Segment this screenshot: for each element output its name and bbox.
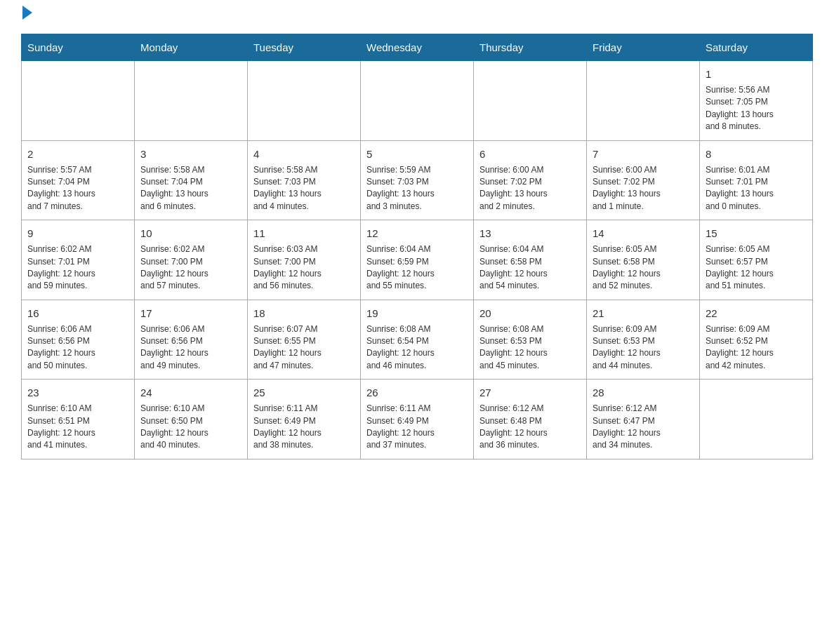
- day-info: Sunrise: 6:11 AM Sunset: 6:49 PM Dayligh…: [366, 403, 468, 452]
- calendar-cell: 24Sunrise: 6:10 AM Sunset: 6:50 PM Dayli…: [135, 380, 248, 459]
- day-number: 12: [366, 226, 468, 241]
- weekday-header-saturday: Saturday: [700, 34, 813, 61]
- calendar-cell: 7Sunrise: 6:00 AM Sunset: 7:02 PM Daylig…: [587, 140, 700, 220]
- day-number: 17: [140, 306, 241, 321]
- day-number: 7: [593, 147, 694, 161]
- calendar-cell: 14Sunrise: 6:05 AM Sunset: 6:58 PM Dayli…: [587, 220, 700, 300]
- day-number: 4: [253, 147, 355, 161]
- day-number: 8: [706, 147, 807, 161]
- calendar-cell: [587, 61, 700, 141]
- day-info: Sunrise: 6:02 AM Sunset: 7:00 PM Dayligh…: [140, 243, 241, 293]
- day-info: Sunrise: 6:06 AM Sunset: 6:56 PM Dayligh…: [140, 323, 241, 373]
- weekday-header-monday: Monday: [135, 34, 248, 61]
- day-info: Sunrise: 6:04 AM Sunset: 6:59 PM Dayligh…: [366, 243, 468, 293]
- calendar-cell: 20Sunrise: 6:08 AM Sunset: 6:53 PM Dayli…: [474, 300, 587, 380]
- day-info: Sunrise: 6:01 AM Sunset: 7:01 PM Dayligh…: [706, 164, 807, 213]
- day-number: 15: [706, 226, 807, 241]
- logo: [21, 14, 32, 20]
- week-row-4: 16Sunrise: 6:06 AM Sunset: 6:56 PM Dayli…: [22, 300, 813, 380]
- calendar-cell: 6Sunrise: 6:00 AM Sunset: 7:02 PM Daylig…: [474, 140, 587, 220]
- day-info: Sunrise: 6:05 AM Sunset: 6:58 PM Dayligh…: [593, 243, 694, 293]
- calendar-cell: 8Sunrise: 6:01 AM Sunset: 7:01 PM Daylig…: [700, 140, 813, 220]
- calendar-cell: 10Sunrise: 6:02 AM Sunset: 7:00 PM Dayli…: [135, 220, 248, 300]
- calendar-cell: 21Sunrise: 6:09 AM Sunset: 6:53 PM Dayli…: [587, 300, 700, 380]
- calendar-cell: 5Sunrise: 5:59 AM Sunset: 7:03 PM Daylig…: [361, 140, 474, 220]
- calendar-cell: 9Sunrise: 6:02 AM Sunset: 7:01 PM Daylig…: [22, 220, 135, 300]
- day-number: 14: [593, 226, 694, 241]
- day-info: Sunrise: 6:08 AM Sunset: 6:53 PM Dayligh…: [479, 323, 581, 373]
- day-number: 22: [706, 306, 807, 321]
- calendar-cell: 22Sunrise: 6:09 AM Sunset: 6:52 PM Dayli…: [700, 300, 813, 380]
- calendar-cell: 4Sunrise: 5:58 AM Sunset: 7:03 PM Daylig…: [248, 140, 361, 220]
- day-number: 9: [27, 226, 128, 241]
- day-info: Sunrise: 6:04 AM Sunset: 6:58 PM Dayligh…: [479, 243, 581, 293]
- calendar-cell: 2Sunrise: 5:57 AM Sunset: 7:04 PM Daylig…: [22, 140, 135, 220]
- day-number: 26: [366, 385, 468, 400]
- calendar-cell: 12Sunrise: 6:04 AM Sunset: 6:59 PM Dayli…: [361, 220, 474, 300]
- week-row-3: 9Sunrise: 6:02 AM Sunset: 7:01 PM Daylig…: [22, 220, 813, 300]
- calendar-cell: 26Sunrise: 6:11 AM Sunset: 6:49 PM Dayli…: [361, 380, 474, 459]
- day-info: Sunrise: 6:08 AM Sunset: 6:54 PM Dayligh…: [366, 323, 468, 373]
- day-info: Sunrise: 6:12 AM Sunset: 6:47 PM Dayligh…: [593, 403, 694, 452]
- calendar-cell: 13Sunrise: 6:04 AM Sunset: 6:58 PM Dayli…: [474, 220, 587, 300]
- day-info: Sunrise: 5:57 AM Sunset: 7:04 PM Dayligh…: [27, 164, 128, 213]
- calendar-cell: 16Sunrise: 6:06 AM Sunset: 6:56 PM Dayli…: [22, 300, 135, 380]
- calendar-cell: [248, 61, 361, 141]
- day-number: 11: [253, 226, 355, 241]
- day-info: Sunrise: 6:11 AM Sunset: 6:49 PM Dayligh…: [253, 403, 355, 452]
- day-number: 27: [479, 385, 581, 400]
- day-number: 24: [140, 385, 241, 400]
- calendar-cell: [474, 61, 587, 141]
- weekday-header-wednesday: Wednesday: [361, 34, 474, 61]
- calendar-cell: [135, 61, 248, 141]
- day-info: Sunrise: 5:59 AM Sunset: 7:03 PM Dayligh…: [366, 164, 468, 213]
- day-number: 20: [479, 306, 581, 321]
- calendar-cell: 27Sunrise: 6:12 AM Sunset: 6:48 PM Dayli…: [474, 380, 587, 459]
- calendar-cell: 1Sunrise: 5:56 AM Sunset: 7:05 PM Daylig…: [700, 61, 813, 141]
- day-info: Sunrise: 6:05 AM Sunset: 6:57 PM Dayligh…: [706, 243, 807, 293]
- weekday-header-thursday: Thursday: [474, 34, 587, 61]
- day-info: Sunrise: 6:07 AM Sunset: 6:55 PM Dayligh…: [253, 323, 355, 373]
- day-number: 25: [253, 385, 355, 400]
- day-info: Sunrise: 6:03 AM Sunset: 7:00 PM Dayligh…: [253, 243, 355, 293]
- week-row-2: 2Sunrise: 5:57 AM Sunset: 7:04 PM Daylig…: [22, 140, 813, 220]
- weekday-header-row: SundayMondayTuesdayWednesdayThursdayFrid…: [22, 34, 813, 61]
- day-info: Sunrise: 6:12 AM Sunset: 6:48 PM Dayligh…: [479, 403, 581, 452]
- day-number: 21: [593, 306, 694, 321]
- day-number: 5: [366, 147, 468, 161]
- calendar-cell: 18Sunrise: 6:07 AM Sunset: 6:55 PM Dayli…: [248, 300, 361, 380]
- calendar-cell: [22, 61, 135, 141]
- weekday-header-friday: Friday: [587, 34, 700, 61]
- day-info: Sunrise: 6:10 AM Sunset: 6:51 PM Dayligh…: [27, 403, 128, 452]
- day-info: Sunrise: 6:06 AM Sunset: 6:56 PM Dayligh…: [27, 323, 128, 373]
- day-info: Sunrise: 6:00 AM Sunset: 7:02 PM Dayligh…: [593, 164, 694, 213]
- week-row-1: 1Sunrise: 5:56 AM Sunset: 7:05 PM Daylig…: [22, 61, 813, 141]
- calendar-cell: 11Sunrise: 6:03 AM Sunset: 7:00 PM Dayli…: [248, 220, 361, 300]
- calendar-cell: 3Sunrise: 5:58 AM Sunset: 7:04 PM Daylig…: [135, 140, 248, 220]
- calendar-cell: 28Sunrise: 6:12 AM Sunset: 6:47 PM Dayli…: [587, 380, 700, 459]
- calendar-cell: 19Sunrise: 6:08 AM Sunset: 6:54 PM Dayli…: [361, 300, 474, 380]
- page-header: [21, 14, 813, 20]
- day-number: 13: [479, 226, 581, 241]
- day-number: 2: [27, 147, 128, 161]
- day-number: 6: [479, 147, 581, 161]
- logo-triangle-icon: [22, 6, 32, 20]
- week-row-5: 23Sunrise: 6:10 AM Sunset: 6:51 PM Dayli…: [22, 380, 813, 459]
- calendar-cell: 17Sunrise: 6:06 AM Sunset: 6:56 PM Dayli…: [135, 300, 248, 380]
- day-info: Sunrise: 5:58 AM Sunset: 7:04 PM Dayligh…: [140, 164, 241, 213]
- day-info: Sunrise: 6:02 AM Sunset: 7:01 PM Dayligh…: [27, 243, 128, 293]
- day-info: Sunrise: 5:56 AM Sunset: 7:05 PM Dayligh…: [706, 84, 807, 133]
- day-info: Sunrise: 6:10 AM Sunset: 6:50 PM Dayligh…: [140, 403, 241, 452]
- day-number: 3: [140, 147, 241, 161]
- calendar-cell: 25Sunrise: 6:11 AM Sunset: 6:49 PM Dayli…: [248, 380, 361, 459]
- weekday-header-sunday: Sunday: [22, 34, 135, 61]
- calendar-cell: 23Sunrise: 6:10 AM Sunset: 6:51 PM Dayli…: [22, 380, 135, 459]
- calendar-table: SundayMondayTuesdayWednesdayThursdayFrid…: [21, 34, 813, 459]
- weekday-header-tuesday: Tuesday: [248, 34, 361, 61]
- day-info: Sunrise: 6:09 AM Sunset: 6:52 PM Dayligh…: [706, 323, 807, 373]
- day-number: 19: [366, 306, 468, 321]
- day-number: 18: [253, 306, 355, 321]
- day-info: Sunrise: 5:58 AM Sunset: 7:03 PM Dayligh…: [253, 164, 355, 213]
- calendar-cell: [700, 380, 813, 459]
- day-number: 10: [140, 226, 241, 241]
